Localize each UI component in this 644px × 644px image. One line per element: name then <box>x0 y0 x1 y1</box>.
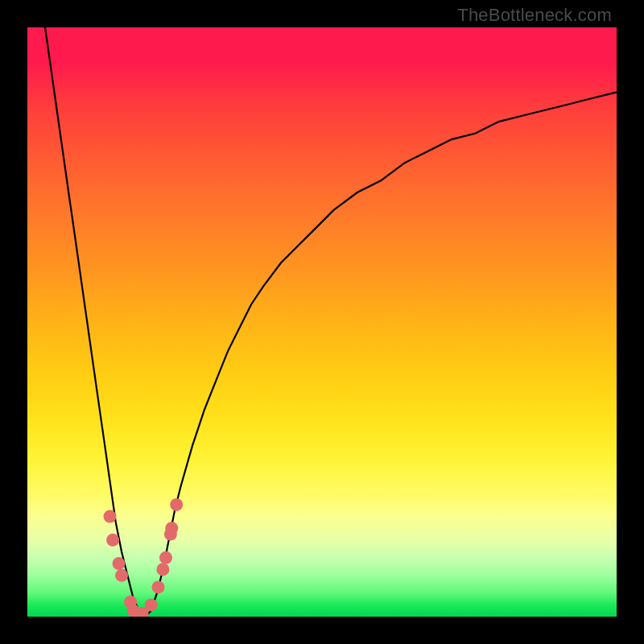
curve-marker <box>159 551 172 564</box>
curve-marker <box>106 534 119 547</box>
curve-marker <box>113 557 126 570</box>
curve-marker <box>145 598 158 611</box>
curve-marker <box>115 569 128 582</box>
curve-marker <box>165 522 178 535</box>
curve-marker <box>156 563 169 576</box>
curve-markers <box>104 498 184 617</box>
chart-frame: TheBottleneck.com <box>0 0 644 644</box>
watermark-text: TheBottleneck.com <box>457 5 612 26</box>
curve-marker <box>152 580 165 593</box>
plot-area <box>27 27 617 617</box>
bottleneck-curve <box>45 27 617 617</box>
curve-marker <box>104 510 117 523</box>
curve-marker <box>170 498 183 511</box>
bottleneck-curve-layer <box>27 27 617 617</box>
